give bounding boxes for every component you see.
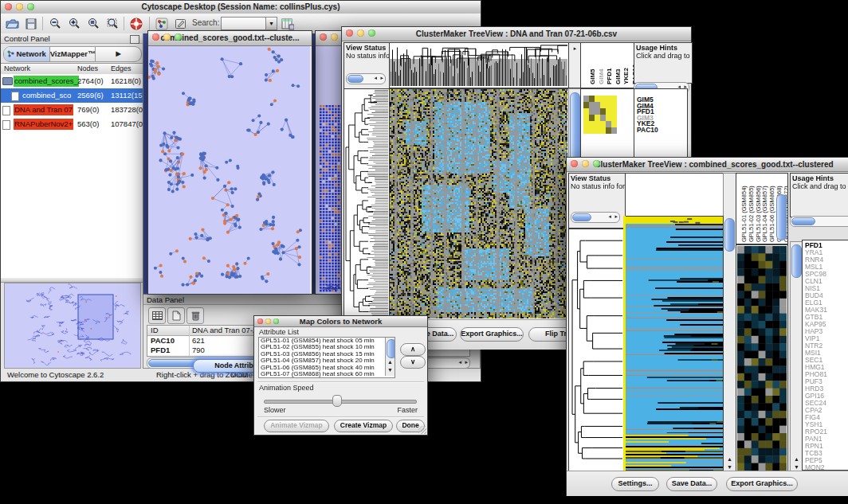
window-controls[interactable] [5, 3, 34, 10]
tab-vizmapper[interactable]: VizMapper™ [50, 47, 96, 61]
network-tree-row[interactable]: combined_sco2569(6)13112(15) [1, 88, 143, 103]
main-titlebar[interactable]: Cytoscape Desktop (Session Name: collins… [1, 1, 481, 14]
tv2-export-graphics-button[interactable]: Export Graphics... [726, 477, 798, 491]
move-down-button[interactable]: ∨ [400, 356, 426, 369]
save-session-button[interactable] [23, 16, 39, 31]
animate-vizmap-button[interactable]: Animate Vizmap [264, 420, 329, 432]
attribute-item[interactable]: GPL51-07 (GSM868) heat shock 60 min [259, 371, 395, 377]
gene-label[interactable]: MON2 [805, 464, 848, 471]
network-overview[interactable] [4, 283, 141, 369]
scroll-thumb[interactable] [724, 218, 735, 252]
minimize-icon[interactable] [16, 3, 23, 10]
tv2-hints-scrollbar[interactable]: ◂▸ [790, 216, 848, 227]
attribute-list-scrollbar[interactable]: ▲▼ [385, 338, 395, 376]
triangle-left-icon[interactable]: ◂ [458, 358, 461, 366]
minimize-icon[interactable] [265, 318, 271, 324]
window-controls[interactable] [257, 318, 279, 324]
zoom-window-icon[interactable] [593, 160, 600, 167]
tv2-status-scrollbar[interactable]: ◂▸ [571, 212, 620, 223]
tv2-settings-button[interactable]: Settings... [611, 477, 659, 491]
close-icon[interactable] [320, 33, 327, 41]
scroll-thumb[interactable] [791, 217, 815, 225]
search-input[interactable] [221, 17, 267, 30]
window-controls[interactable] [346, 29, 375, 37]
tv1-status-scrollbar[interactable]: ◂▸ [346, 73, 386, 84]
triangle-down-icon[interactable]: ▼ [386, 366, 395, 373]
select-attributes-button[interactable] [148, 307, 166, 324]
network1-titlebar[interactable]: combined_scores_good.txt--cluste... [148, 31, 312, 46]
tv2-vertical-scrollbar[interactable]: ▲▼ [723, 173, 736, 472]
tab-network[interactable]: Network [4, 47, 50, 61]
minimize-icon[interactable] [163, 33, 171, 41]
tv1-column-dendrogram[interactable] [389, 42, 570, 88]
tv1-mini-heatmap[interactable] [583, 96, 617, 134]
zoom-window-icon[interactable] [368, 29, 375, 37]
open-session-button[interactable] [4, 16, 20, 31]
tab-overflow-button[interactable]: ▶ [95, 47, 141, 61]
gene-label[interactable]: PAC10 [637, 127, 687, 134]
create-vizmap-button[interactable]: Create Vizmap [334, 420, 393, 432]
resize-grip[interactable] [418, 426, 426, 434]
tv1-row-dendrogram[interactable] [344, 88, 391, 321]
zoom-window-icon[interactable] [175, 33, 182, 41]
attribute-list[interactable]: GPL51-01 (GSM854) heat shock 05 minGPL51… [258, 337, 395, 378]
tv2-row-dendrogram[interactable] [568, 229, 625, 472]
zoom-in-button[interactable] [66, 16, 82, 31]
tv2-zoom-detail-panel[interactable] [736, 244, 788, 472]
float-panel-icon[interactable] [130, 35, 139, 44]
zoom-selected-button[interactable] [104, 16, 120, 31]
scroll-thumb[interactable] [347, 75, 363, 83]
minimize-icon[interactable] [331, 33, 338, 41]
triangle-up-icon[interactable]: ▲ [724, 455, 736, 463]
network-tree-row[interactable]: DNA and Tran 07769(0)183728(0) [1, 103, 143, 117]
minimize-icon[interactable] [582, 160, 589, 167]
window-controls[interactable] [571, 160, 600, 167]
zoom-out-button[interactable] [47, 16, 63, 31]
triangle-right-icon[interactable]: ▸ [614, 213, 618, 221]
treeview1-titlebar[interactable]: ClusterMaker TreeView : DNA and Tran 07-… [342, 27, 691, 41]
search-dropdown-button[interactable]: ▼ [265, 17, 277, 30]
close-icon[interactable] [346, 29, 353, 37]
triangle-right-icon[interactable]: ▸ [380, 74, 383, 82]
help-button[interactable] [128, 16, 144, 31]
treeview2-titlebar[interactable]: ClusterMaker TreeView : combined_scores_… [567, 158, 848, 172]
tv1-export-graphics-button[interactable]: Export Graphics... [460, 327, 524, 342]
close-icon[interactable] [152, 33, 159, 41]
scroll-thumb[interactable] [387, 339, 395, 358]
dialog-titlebar[interactable]: Map Colors to Network [254, 316, 427, 327]
triangle-left-icon[interactable]: ◂ [608, 213, 611, 221]
window-controls[interactable] [152, 33, 182, 41]
slider-thumb[interactable] [332, 395, 342, 407]
zoom-fit-button[interactable] [85, 16, 101, 31]
annotation-button[interactable] [173, 16, 189, 31]
close-icon[interactable] [5, 3, 12, 10]
tv2-column-dendrogram[interactable] [625, 173, 724, 217]
close-icon[interactable] [257, 318, 263, 324]
network1-canvas[interactable] [148, 46, 310, 294]
scroll-thumb[interactable] [572, 213, 591, 221]
triangle-up-icon[interactable]: ▲ [791, 455, 803, 463]
delete-attribute-button[interactable] [186, 307, 204, 324]
triangle-right-icon[interactable]: ▸ [465, 358, 468, 366]
move-up-button[interactable]: ∧ [400, 343, 426, 356]
minimize-icon[interactable] [357, 29, 364, 37]
triangle-down-icon[interactable]: ▼ [724, 463, 736, 471]
zoom-window-icon[interactable] [27, 3, 34, 10]
triangle-up-icon[interactable]: ▲ [386, 358, 395, 365]
tv2-labels-scrollbar[interactable] [776, 194, 787, 240]
tv1-heatmap[interactable] [389, 88, 570, 321]
zoom-window-icon[interactable] [273, 318, 279, 324]
triangle-down-icon[interactable]: ▼ [791, 463, 803, 471]
tv2-save-data-button[interactable]: Save Data... [666, 477, 717, 491]
close-icon[interactable] [571, 160, 578, 167]
vizmap-button[interactable] [154, 16, 170, 31]
configure-search-button[interactable] [280, 16, 296, 31]
scroll-thumb[interactable] [791, 244, 802, 278]
network-tree-row[interactable]: RNAPuberNov2+563(0)107847(0) [1, 117, 143, 131]
tv1-column-label: GIM4 [598, 68, 605, 84]
new-attribute-button[interactable] [167, 307, 185, 324]
triangle-right-icon[interactable]: ▸ [569, 45, 581, 52]
network-tree-row[interactable]: combined_scores_2764(0)16218(0) [1, 74, 143, 88]
tv2-heatmap[interactable] [626, 216, 724, 472]
triangle-left-icon[interactable]: ◂ [374, 74, 377, 82]
